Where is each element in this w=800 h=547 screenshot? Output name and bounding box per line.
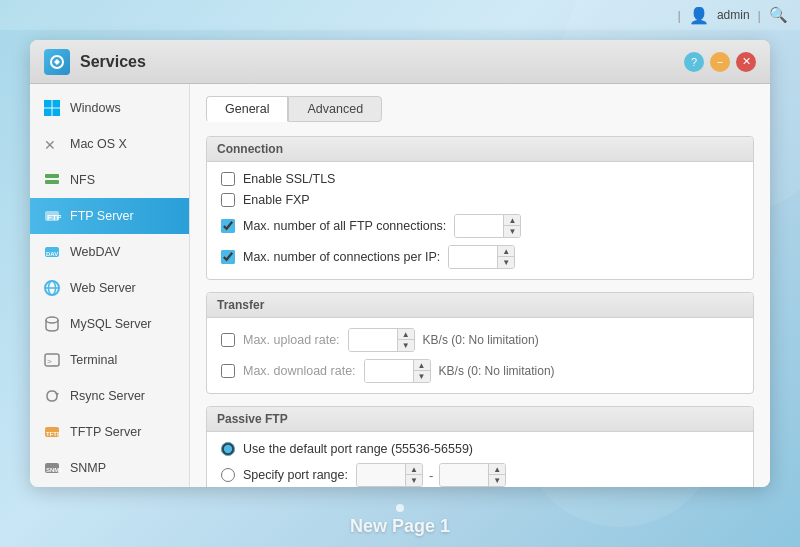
sidebar-label-webdav: WebDAV <box>70 245 120 259</box>
sidebar-item-windows[interactable]: Windows <box>30 90 189 126</box>
upload-down-button[interactable]: ▼ <box>398 340 414 351</box>
default-port-row: Use the default port range (55536-56559) <box>221 442 739 456</box>
max-ip-down-button[interactable]: ▼ <box>498 257 514 268</box>
port-start-down-button[interactable]: ▼ <box>406 475 422 486</box>
sidebar-label-nfs: NFS <box>70 173 95 187</box>
sidebar-item-mysql[interactable]: MySQL Server <box>30 306 189 342</box>
connection-section-body: Enable SSL/TLS Enable FXP Max. number of… <box>207 162 753 279</box>
download-up-button[interactable]: ▲ <box>414 360 430 371</box>
max-ftp-spinbox: 30 ▲ ▼ <box>454 214 521 238</box>
port-end-spin-buttons: ▲ ▼ <box>488 464 505 486</box>
sidebar-item-tftp[interactable]: TFTP TFTP Server <box>30 414 189 450</box>
download-down-button[interactable]: ▼ <box>414 371 430 382</box>
panel-title: Services <box>80 53 674 71</box>
webdav-icon: DAV <box>42 242 62 262</box>
minimize-button[interactable]: − <box>710 52 730 72</box>
default-port-label: Use the default port range (55536-56559) <box>243 442 473 456</box>
sidebar: Windows ✕ Mac OS X NFS FTP FTP Server <box>30 84 190 487</box>
upload-checkbox[interactable] <box>221 333 235 347</box>
port-end-input[interactable]: 56559 <box>440 464 488 486</box>
passive-ftp-section-title: Passive FTP <box>207 407 753 432</box>
mysql-icon <box>42 314 62 334</box>
ftp-icon: FTP <box>42 206 62 226</box>
port-start-input[interactable]: 55536 <box>357 464 405 486</box>
svg-rect-1 <box>44 100 52 108</box>
upload-up-button[interactable]: ▲ <box>398 329 414 340</box>
content-area: General Advanced Connection Enable SSL/T… <box>190 84 770 487</box>
svg-rect-3 <box>44 109 52 117</box>
rsync-icon <box>42 386 62 406</box>
port-start-up-button[interactable]: ▲ <box>406 464 422 475</box>
svg-text:>_: >_ <box>47 357 57 366</box>
panel-body: Windows ✕ Mac OS X NFS FTP FTP Server <box>30 84 770 487</box>
sidebar-item-macos[interactable]: ✕ Mac OS X <box>30 126 189 162</box>
passive-ftp-section-body: Use the default port range (55536-56559)… <box>207 432 753 487</box>
max-ip-label: Max. number of connections per IP: <box>243 250 440 264</box>
help-button[interactable]: ? <box>684 52 704 72</box>
max-ip-input[interactable]: 5 <box>449 246 497 268</box>
sidebar-label-tftp: TFTP Server <box>70 425 141 439</box>
download-unit-label: KB/s (0: No limitation) <box>439 364 555 378</box>
max-ftp-up-button[interactable]: ▲ <box>504 215 520 226</box>
close-button[interactable]: ✕ <box>736 52 756 72</box>
tab-advanced[interactable]: Advanced <box>288 96 382 122</box>
max-ftp-down-button[interactable]: ▼ <box>504 226 520 237</box>
specify-port-row: Specify port range: 55536 ▲ ▼ - <box>221 463 739 487</box>
svg-point-15 <box>46 317 58 323</box>
max-ip-checkbox[interactable] <box>221 250 235 264</box>
sidebar-item-rsync[interactable]: Rsync Server <box>30 378 189 414</box>
transfer-section-body: Max. upload rate: 0 ▲ ▼ KB/s (0: No limi… <box>207 318 753 393</box>
svg-text:TFTP: TFTP <box>46 431 61 437</box>
tab-general[interactable]: General <box>206 96 288 122</box>
passive-ftp-section: Passive FTP Use the default port range (… <box>206 406 754 487</box>
sidebar-label-mysql: MySQL Server <box>70 317 152 331</box>
ssl-label: Enable SSL/TLS <box>243 172 335 186</box>
panel-controls: ? − ✕ <box>684 52 756 72</box>
upload-spinbox: 0 ▲ ▼ <box>348 328 415 352</box>
download-input[interactable]: 0 <box>365 360 413 382</box>
transfer-section: Transfer Max. upload rate: 0 ▲ ▼ KB/s (0 <box>206 292 754 394</box>
username-label: admin <box>717 8 750 22</box>
fxp-checkbox[interactable] <box>221 193 235 207</box>
tab-bar: General Advanced <box>206 96 754 122</box>
max-ftp-spin-buttons: ▲ ▼ <box>503 215 520 237</box>
download-label: Max. download rate: <box>243 364 356 378</box>
page-dot <box>396 504 404 512</box>
specify-port-radio[interactable] <box>221 468 235 482</box>
download-checkbox[interactable] <box>221 364 235 378</box>
snmp-icon: SNMP <box>42 458 62 478</box>
svg-text:DAV: DAV <box>46 251 58 257</box>
sidebar-item-terminal[interactable]: >_ Terminal <box>30 342 189 378</box>
tftp-icon: TFTP <box>42 422 62 442</box>
upload-input[interactable]: 0 <box>349 329 397 351</box>
sidebar-item-ftp[interactable]: FTP FTP Server <box>30 198 189 234</box>
port-end-down-button[interactable]: ▼ <box>489 475 505 486</box>
connection-section-title: Connection <box>207 137 753 162</box>
port-range-container: 55536 ▲ ▼ - 56559 ▲ <box>356 463 506 487</box>
sidebar-item-nfs[interactable]: NFS <box>30 162 189 198</box>
transfer-section-title: Transfer <box>207 293 753 318</box>
connection-section: Connection Enable SSL/TLS Enable FXP Max… <box>206 136 754 280</box>
max-ip-up-button[interactable]: ▲ <box>498 246 514 257</box>
search-icon[interactable]: 🔍 <box>769 6 788 24</box>
max-ftp-input[interactable]: 30 <box>455 215 503 237</box>
default-port-radio[interactable] <box>221 442 235 456</box>
ssl-checkbox[interactable] <box>221 172 235 186</box>
webserver-icon <box>42 278 62 298</box>
svg-text:SNMP: SNMP <box>46 467 61 473</box>
main-panel: Services ? − ✕ Windows ✕ Mac OS X <box>30 40 770 487</box>
port-start-spinbox: 55536 ▲ ▼ <box>356 463 423 487</box>
bottom-area: New Page 1 <box>0 504 800 537</box>
upload-label: Max. upload rate: <box>243 333 340 347</box>
port-end-up-button[interactable]: ▲ <box>489 464 505 475</box>
sidebar-label-webserver: Web Server <box>70 281 136 295</box>
max-ftp-row: Max. number of all FTP connections: 30 ▲… <box>221 214 739 238</box>
sidebar-item-webserver[interactable]: Web Server <box>30 270 189 306</box>
upload-spin-buttons: ▲ ▼ <box>397 329 414 351</box>
max-ftp-checkbox[interactable] <box>221 219 235 233</box>
sidebar-item-webdav[interactable]: DAV WebDAV <box>30 234 189 270</box>
sidebar-item-snmp[interactable]: SNMP SNMP <box>30 450 189 486</box>
windows-icon <box>42 98 62 118</box>
download-spin-buttons: ▲ ▼ <box>413 360 430 382</box>
svg-marker-18 <box>55 393 59 396</box>
